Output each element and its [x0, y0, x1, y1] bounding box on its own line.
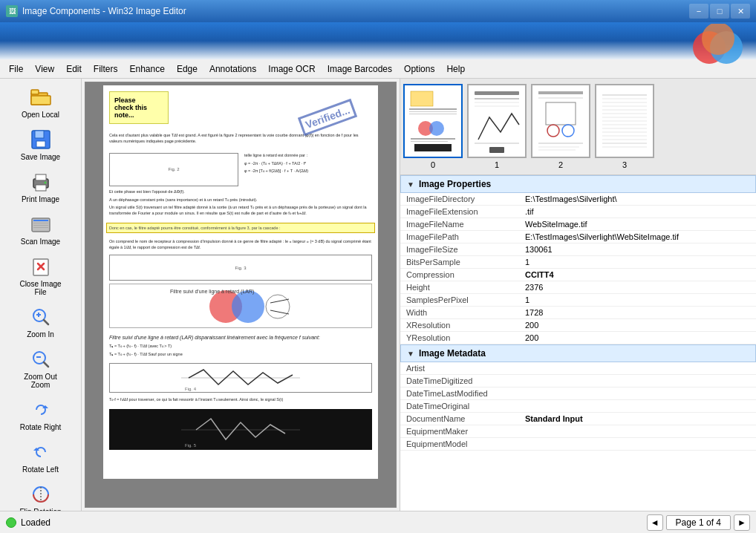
next-page-button[interactable]: ►	[734, 514, 750, 531]
thumb-frame-1[interactable]	[467, 84, 527, 158]
prev-page-button[interactable]: ◄	[647, 514, 663, 531]
image-properties-title: Image Properties	[419, 179, 491, 189]
menu-annotations[interactable]: Annotations	[203, 62, 262, 76]
prop-key-datedigitized: DateTimeDigitized	[400, 375, 519, 388]
prop-key-artist: Artist	[400, 362, 519, 375]
menu-enhance[interactable]: Enhance	[124, 62, 171, 76]
prop-val-width: 1728	[519, 307, 756, 319]
prop-row-dateoriginal: DateTimeOriginal	[400, 400, 756, 413]
prop-val-equipmodel	[519, 438, 756, 451]
prop-key-equipmaker: EquipmentMaker	[400, 425, 519, 438]
flip-rotation-button[interactable]: Flip Rotation	[7, 479, 74, 511]
page-note-line1: Please	[114, 97, 163, 104]
thumb-label-2: 2	[558, 160, 563, 169]
image-metadata-title: Image Metadata	[419, 348, 486, 359]
open-local-button[interactable]: Open Local	[7, 82, 74, 122]
prop-key-yres: YResolution	[400, 332, 519, 344]
svg-rect-4	[31, 96, 50, 105]
rotate-right-button[interactable]: Rotate Right	[7, 394, 74, 435]
image-props-arrow: ▼	[407, 180, 414, 189]
thumbnail-3[interactable]: 3	[595, 84, 654, 169]
menu-edge[interactable]: Edge	[171, 62, 203, 76]
svg-rect-59	[538, 91, 583, 94]
svg-rect-44	[409, 111, 457, 112]
prop-key-bits: BitsPerSample	[400, 256, 519, 269]
prop-row-equipmaker: EquipmentMaker	[400, 425, 756, 438]
zoom-in-button[interactable]: Zoom In	[7, 301, 74, 342]
thumbnail-2[interactable]: 2	[531, 84, 590, 169]
svg-text:Fig. 5: Fig. 5	[185, 443, 197, 448]
svg-rect-14	[33, 220, 48, 221]
menu-options[interactable]: Options	[398, 62, 440, 76]
thumbnail-0[interactable]: 0	[403, 84, 463, 169]
thumb-label-0: 0	[431, 160, 435, 169]
thumbnail-strip: 0 1	[400, 79, 756, 175]
image-container[interactable]: Please check this note... Verified... Ce…	[85, 82, 396, 507]
rotate-left-button[interactable]: Rotate Left	[7, 436, 74, 477]
app-title: Image Components - Win32 Image Editor	[22, 6, 186, 16]
main-layout: Open Local Save Image Pri	[0, 79, 756, 511]
svg-point-12	[44, 182, 46, 184]
flip-rotation-label: Flip Rotation	[19, 508, 61, 511]
menu-file[interactable]: File	[3, 62, 29, 76]
thumb-image-0	[407, 88, 459, 154]
prop-row-equipmodel: EquipmentModel	[400, 438, 756, 451]
image-properties-header[interactable]: ▼ Image Properties	[400, 175, 756, 193]
page-text-content-2: On comprend le nom de recepteur à compre…	[103, 236, 378, 253]
status-bar: Loaded	[6, 517, 50, 528]
zoom-out-icon	[29, 347, 53, 371]
save-image-button[interactable]: Save Image	[7, 124, 74, 165]
fig-circles: Filtre suivi d'une ligne à retard (LAR)	[110, 284, 371, 328]
prop-val-bits: 1	[519, 256, 756, 269]
close-image-file-icon	[29, 255, 53, 278]
scan-image-button[interactable]: Scan Image	[7, 209, 74, 249]
page-note: Please check this note...	[109, 91, 169, 124]
svg-rect-10	[36, 174, 46, 180]
prop-key-width: Width	[400, 307, 519, 319]
prop-row-artist: Artist	[400, 362, 756, 375]
svg-text:Filtre suivi d'une ligne à ret: Filtre suivi d'une ligne à retard (LAR)	[170, 289, 254, 295]
fig-waveform: Fig. 4	[181, 364, 300, 392]
thumb-label-3: 3	[622, 160, 627, 169]
page-note-line2: check this	[114, 104, 163, 111]
scan-image-icon	[29, 212, 53, 236]
prop-row-ext: ImageFileExtension .tif	[400, 206, 756, 218]
thumb-frame-3[interactable]	[595, 84, 654, 158]
thumb-frame-0[interactable]	[403, 84, 463, 158]
menu-view[interactable]: View	[29, 62, 60, 76]
maximize-button[interactable]: □	[710, 4, 729, 19]
prop-key-docname: DocumentName	[400, 413, 519, 425]
prop-row-yres: YResolution 200	[400, 332, 756, 344]
page-info: Page 1 of 4	[666, 515, 731, 530]
menu-image-ocr[interactable]: Image OCR	[262, 62, 321, 76]
thumbnail-1[interactable]: 1	[467, 84, 527, 169]
print-image-icon	[29, 170, 53, 194]
image-properties-table: ImageFileDirectory E:\TestImages\Silverl…	[400, 193, 756, 344]
print-image-button[interactable]: Print Image	[7, 166, 74, 207]
prop-row-dir: ImageFileDirectory E:\TestImages\Silverl…	[400, 193, 756, 206]
prop-key-height: Height	[400, 281, 519, 294]
prop-val-dir: E:\TestImages\Silverlight\	[519, 193, 756, 206]
prop-row-filepath: ImageFilePath E:\TestImages\Silverlight\…	[400, 231, 756, 243]
prop-key-compression: Compression	[400, 269, 519, 281]
close-image-file-button[interactable]: Close ImageFile	[7, 251, 74, 300]
menu-help[interactable]: Help	[440, 62, 471, 76]
prop-key-ext: ImageFileExtension	[400, 206, 519, 218]
flip-rotation-icon	[29, 483, 53, 506]
menu-image-barcodes[interactable]: Image Barcodes	[322, 62, 398, 76]
blue-header-strip	[0, 22, 756, 59]
close-window-button[interactable]: ✕	[731, 4, 750, 19]
menu-edit[interactable]: Edit	[60, 62, 88, 76]
svg-rect-51	[471, 88, 523, 154]
svg-rect-58	[535, 88, 587, 154]
image-metadata-header[interactable]: ▼ Image Metadata	[400, 344, 756, 362]
prop-key-dateoriginal: DateTimeOriginal	[400, 400, 519, 413]
prop-row-filename: ImageFileName WebSiteImage.tif	[400, 218, 756, 231]
prop-val-filepath: E:\TestImages\Silverlight\WebSiteImage.t…	[519, 231, 756, 243]
prop-val-ext: .tif	[519, 206, 756, 218]
menu-filters[interactable]: Filters	[88, 62, 124, 76]
svg-point-33	[266, 295, 290, 318]
zoom-out-button[interactable]: Zoom OutZoom	[7, 344, 74, 393]
thumb-frame-2[interactable]	[531, 84, 590, 158]
minimize-button[interactable]: −	[689, 4, 708, 19]
